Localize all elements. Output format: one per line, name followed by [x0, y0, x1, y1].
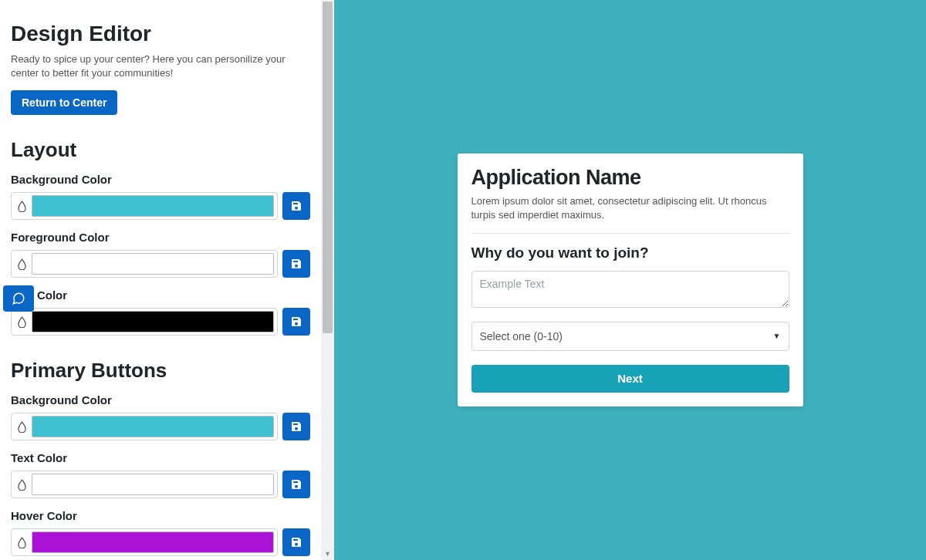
scrollbar-thumb[interactable]	[323, 2, 333, 333]
label-pb-bg: Background Color	[11, 393, 310, 407]
card-title: Application Name	[471, 166, 789, 190]
answer-textarea[interactable]	[471, 271, 789, 308]
color-field-pb-hover	[11, 528, 310, 556]
label-layout-fg: Foreground Color	[11, 231, 310, 244]
eyedropper-icon	[15, 257, 29, 271]
editor-content: Design Editor Ready to spice up your cen…	[0, 0, 321, 560]
application-card: Application Name Lorem ipsum dolor sit a…	[458, 153, 803, 406]
save-color-button[interactable]	[282, 413, 310, 440]
card-lead: Lorem ipsum dolor sit amet, consectetur …	[471, 194, 789, 221]
section-heading-layout: Layout	[11, 138, 310, 162]
save-color-button[interactable]	[282, 192, 310, 220]
chat-icon	[12, 292, 25, 305]
scroll-down-arrow-icon[interactable]: ▼	[321, 547, 334, 560]
editor-scrollbar[interactable]: ▲ ▼	[321, 0, 334, 560]
eyedropper-icon	[15, 420, 29, 433]
color-swatch	[32, 416, 274, 437]
label-layout-bg: Background Color	[11, 173, 310, 186]
save-color-button[interactable]	[282, 250, 310, 278]
preview-panel: Application Name Lorem ipsum dolor sit a…	[334, 0, 926, 560]
color-field-pb-bg	[11, 413, 310, 440]
feedback-chat-tab[interactable]	[3, 285, 34, 312]
color-input-layout-bg[interactable]	[11, 192, 278, 220]
eyedropper-icon	[15, 199, 29, 213]
label-layout-text: Text Color	[11, 288, 310, 302]
color-field-layout-fg	[11, 250, 310, 278]
color-input-layout-text[interactable]	[11, 308, 278, 336]
select-placeholder: Select one (0-10)	[480, 330, 563, 342]
color-swatch	[32, 253, 274, 275]
editor-title: Design Editor	[11, 22, 310, 46]
color-input-pb-hover[interactable]	[11, 528, 278, 556]
editor-panel: Design Editor Ready to spice up your cen…	[0, 0, 334, 560]
color-swatch	[32, 195, 274, 217]
eyedropper-icon	[15, 535, 29, 549]
question-heading: Why do you want to join?	[471, 245, 789, 261]
color-field-pb-text	[11, 471, 310, 498]
color-input-pb-text[interactable]	[11, 471, 278, 498]
return-to-center-button[interactable]: Return to Center	[11, 90, 117, 115]
color-input-layout-fg[interactable]	[11, 250, 278, 278]
color-swatch	[32, 531, 274, 553]
editor-subtitle: Ready to spice up your center? Here you …	[11, 52, 304, 79]
color-swatch	[32, 311, 274, 332]
eyedropper-icon	[15, 315, 29, 329]
save-color-button[interactable]	[282, 471, 310, 498]
eyedropper-icon	[15, 477, 29, 491]
card-divider	[471, 233, 789, 234]
color-field-layout-text	[11, 308, 310, 336]
save-color-button[interactable]	[282, 528, 310, 556]
label-pb-text: Text Color	[11, 451, 310, 464]
next-button[interactable]: Next	[471, 365, 789, 393]
color-input-pb-bg[interactable]	[11, 413, 278, 440]
rating-select[interactable]: Select one (0-10) ▼	[471, 322, 789, 351]
color-swatch	[32, 474, 274, 495]
color-field-layout-bg	[11, 192, 310, 220]
label-pb-hover: Hover Color	[11, 509, 310, 522]
chevron-down-icon: ▼	[773, 332, 781, 340]
section-heading-primary-buttons: Primary Buttons	[11, 359, 310, 383]
save-color-button[interactable]	[282, 308, 310, 336]
